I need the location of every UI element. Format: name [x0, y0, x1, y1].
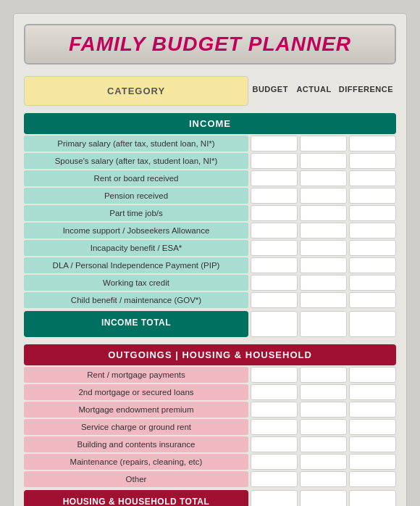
income-row-label-4: Part time job/s — [24, 205, 248, 221]
income-total-actual[interactable] — [300, 311, 347, 337]
header-actual: ACTUAL — [292, 76, 335, 106]
income-row-difference-5[interactable] — [349, 223, 396, 239]
income-row-label-9: Child benefit / maintenance (GOV*) — [24, 292, 248, 308]
outgoings-total-budget[interactable] — [251, 490, 298, 506]
income-row-budget-2[interactable] — [251, 170, 298, 186]
outgoings-row-actual-2[interactable] — [300, 402, 347, 418]
income-total-label: INCOME TOTAL — [24, 311, 248, 337]
table-row: Building and contents insurance — [24, 436, 396, 452]
outgoings-total-actual[interactable] — [300, 490, 347, 506]
outgoings-section: OUTGOINGS | HOUSING & HOUSEHOLD Rent / m… — [24, 344, 396, 506]
income-row-difference-4[interactable] — [349, 205, 396, 221]
outgoings-row-label-3: Service charge or ground rent — [24, 419, 248, 435]
outgoings-row-label-2: Mortgage endowment premium — [24, 402, 248, 418]
income-row-difference-3[interactable] — [349, 188, 396, 204]
header-difference: DIFFERENCE — [336, 76, 396, 106]
income-total-row: INCOME TOTAL — [24, 311, 396, 337]
income-row-difference-0[interactable] — [349, 136, 396, 152]
income-row-difference-9[interactable] — [349, 292, 396, 308]
outgoings-row-difference-5[interactable] — [349, 454, 396, 470]
outgoings-row-label-4: Building and contents insurance — [24, 436, 248, 452]
outgoings-row-budget-0[interactable] — [251, 367, 298, 383]
table-row: Part time job/s — [24, 205, 396, 221]
outgoings-row-difference-4[interactable] — [349, 436, 396, 452]
income-row-label-0: Primary salary (after tax, student loan,… — [24, 136, 248, 152]
title-box: FAMILY BUDGET PLANNER — [24, 24, 396, 65]
income-row-actual-0[interactable] — [300, 136, 347, 152]
outgoings-row-budget-2[interactable] — [251, 402, 298, 418]
income-row-actual-1[interactable] — [300, 153, 347, 169]
outgoings-row-actual-6[interactable] — [300, 471, 347, 487]
income-row-actual-6[interactable] — [300, 240, 347, 256]
outgoings-row-difference-3[interactable] — [349, 419, 396, 435]
table-row: Primary salary (after tax, student loan,… — [24, 136, 396, 152]
income-row-actual-2[interactable] — [300, 170, 347, 186]
table-row: Mortgage endowment premium — [24, 402, 396, 418]
income-row-actual-9[interactable] — [300, 292, 347, 308]
outgoings-row-budget-5[interactable] — [251, 454, 298, 470]
outgoings-row-budget-6[interactable] — [251, 471, 298, 487]
table-row: Service charge or ground rent — [24, 419, 396, 435]
income-row-difference-1[interactable] — [349, 153, 396, 169]
income-row-actual-8[interactable] — [300, 275, 347, 291]
income-row-budget-9[interactable] — [251, 292, 298, 308]
outgoings-total-row: HOUSING & HOUSEHOLD TOTAL — [24, 490, 396, 506]
outgoings-row-difference-6[interactable] — [349, 471, 396, 487]
outgoings-section-header: OUTGOINGS | HOUSING & HOUSEHOLD — [24, 344, 396, 365]
income-row-budget-1[interactable] — [251, 153, 298, 169]
outgoings-row-actual-1[interactable] — [300, 384, 347, 400]
table-row: DLA / Personal Independence Payment (PIP… — [24, 257, 396, 273]
income-section-header: INCOME — [24, 113, 396, 134]
income-row-budget-8[interactable] — [251, 275, 298, 291]
income-row-difference-6[interactable] — [349, 240, 396, 256]
income-row-actual-3[interactable] — [300, 188, 347, 204]
income-row-actual-7[interactable] — [300, 257, 347, 273]
outgoings-row-actual-3[interactable] — [300, 419, 347, 435]
table-row: Income support / Jobseekers Allowance — [24, 223, 396, 239]
income-row-label-5: Income support / Jobseekers Allowance — [24, 223, 248, 239]
income-row-budget-6[interactable] — [251, 240, 298, 256]
income-row-budget-0[interactable] — [251, 136, 298, 152]
income-row-label-2: Rent or board received — [24, 170, 248, 186]
outgoings-row-actual-5[interactable] — [300, 454, 347, 470]
income-row-budget-3[interactable] — [251, 188, 298, 204]
outgoings-row-budget-1[interactable] — [251, 384, 298, 400]
income-row-difference-7[interactable] — [349, 257, 396, 273]
header-category: CATEGORY — [24, 76, 248, 106]
income-row-label-8: Working tax credit — [24, 275, 248, 291]
outgoings-row-actual-0[interactable] — [300, 367, 347, 383]
outgoings-row-budget-4[interactable] — [251, 436, 298, 452]
income-row-budget-5[interactable] — [251, 223, 298, 239]
outgoings-row-difference-2[interactable] — [349, 402, 396, 418]
income-total-budget[interactable] — [251, 311, 298, 337]
income-row-budget-4[interactable] — [251, 205, 298, 221]
table-row: Maintenance (repairs, cleaning, etc) — [24, 454, 396, 470]
outgoings-row-label-0: Rent / mortgage payments — [24, 367, 248, 383]
outgoings-total-label: HOUSING & HOUSEHOLD TOTAL — [24, 490, 248, 506]
outgoings-row-actual-4[interactable] — [300, 436, 347, 452]
outgoings-row-label-1: 2nd mortgage or secured loans — [24, 384, 248, 400]
outgoings-row-difference-0[interactable] — [349, 367, 396, 383]
table-row: Pension received — [24, 188, 396, 204]
income-row-difference-2[interactable] — [349, 170, 396, 186]
income-row-difference-8[interactable] — [349, 275, 396, 291]
income-section: INCOME Primary salary (after tax, studen… — [24, 113, 396, 337]
table-row: Other — [24, 471, 396, 487]
income-row-label-3: Pension received — [24, 188, 248, 204]
table-row: Rent / mortgage payments — [24, 367, 396, 383]
income-row-actual-5[interactable] — [300, 223, 347, 239]
outgoings-total-difference[interactable] — [349, 490, 396, 506]
outgoings-row-budget-3[interactable] — [251, 419, 298, 435]
table-row: Incapacity benefit / ESA* — [24, 240, 396, 256]
outgoings-row-difference-1[interactable] — [349, 384, 396, 400]
income-total-difference[interactable] — [349, 311, 396, 337]
outgoings-row-label-5: Maintenance (repairs, cleaning, etc) — [24, 454, 248, 470]
table-row: Rent or board received — [24, 170, 396, 186]
income-row-label-7: DLA / Personal Independence Payment (PIP… — [24, 257, 248, 273]
header-budget: BUDGET — [248, 76, 292, 106]
table-header: CATEGORY BUDGET ACTUAL DIFFERENCE — [24, 76, 396, 106]
income-row-budget-7[interactable] — [251, 257, 298, 273]
table-row: Child benefit / maintenance (GOV*) — [24, 292, 396, 308]
outgoings-row-label-6: Other — [24, 471, 248, 487]
income-row-actual-4[interactable] — [300, 205, 347, 221]
